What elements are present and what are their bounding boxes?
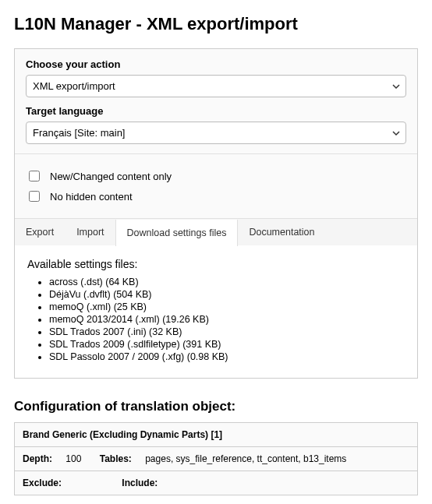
new-changed-label: New/Changed content only	[50, 171, 172, 182]
depth-value: 100	[66, 453, 97, 464]
tables-value: pages, sys_file_reference, tt_content, b…	[145, 453, 362, 464]
no-hidden-checkbox[interactable]	[29, 191, 40, 202]
list-item[interactable]: across (.dst) (64 KB)	[49, 277, 405, 287]
depth-label: Depth:	[23, 453, 63, 464]
list-item[interactable]: SDL Passolo 2007 / 2009 (.xfg) (0.98 KB)	[49, 351, 405, 362]
files-list: across (.dst) (64 KB) DéjàVu (.dvflt) (5…	[27, 277, 405, 362]
config-heading: Configuration of translation object:	[14, 399, 418, 414]
tab-content-download: Available settings files: across (.dst) …	[15, 245, 417, 378]
config-table: Brand Generic (Excluding Dynamic Parts) …	[14, 422, 418, 495]
tab-export[interactable]: Export	[15, 219, 66, 245]
include-value	[168, 478, 184, 488]
list-item[interactable]: memoQ (.xml) (25 KB)	[49, 301, 405, 312]
table-row: Depth: 100 Tables: pages, sys_file_refer…	[15, 447, 418, 471]
tab-bar: Export Import Download settings files Do…	[15, 218, 417, 245]
new-changed-checkbox[interactable]	[29, 171, 40, 182]
table-row: Exclude: Include:	[15, 471, 418, 495]
config-header: Brand Generic (Excluding Dynamic Parts) …	[15, 423, 418, 447]
action-select[interactable]: XML export/import	[26, 75, 406, 97]
tables-label: Tables:	[100, 453, 143, 464]
list-item[interactable]: memoQ 2013/2014 (.xml) (19.26 KB)	[49, 314, 405, 325]
list-item[interactable]: DéjàVu (.dvflt) (504 KB)	[49, 289, 405, 300]
list-item[interactable]: SDL Trados 2007 (.ini) (32 KB)	[49, 326, 405, 337]
include-label: Include:	[122, 478, 168, 488]
available-files-heading: Available settings files:	[27, 258, 405, 270]
exclude-label: Exclude:	[23, 478, 73, 488]
no-hidden-label: No hidden content	[50, 191, 133, 203]
language-select[interactable]: Français [Site: main]	[26, 122, 406, 144]
tab-documentation[interactable]: Documentation	[238, 219, 326, 245]
tab-import[interactable]: Import	[66, 219, 115, 245]
main-panel: Choose your action XML export/import Tar…	[14, 48, 418, 379]
tab-download[interactable]: Download settings files	[115, 220, 239, 246]
language-label: Target language	[26, 105, 406, 117]
page-title: L10N Manager - XML export/import	[14, 14, 418, 34]
exclude-value	[75, 478, 90, 488]
action-label: Choose your action	[26, 58, 406, 70]
list-item[interactable]: SDL Trados 2009 (.sdlfiletype) (391 KB)	[49, 339, 405, 350]
